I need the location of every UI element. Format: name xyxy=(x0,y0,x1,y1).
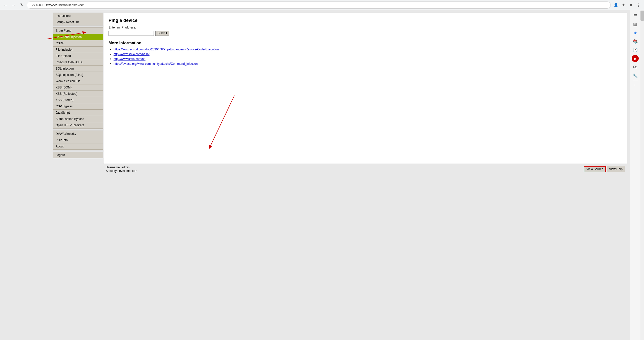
nav-item-file-upload[interactable]: File Upload xyxy=(53,53,103,59)
nav-item-authorisation-bypass[interactable]: Authorisation Bypass xyxy=(53,116,103,122)
list-item: https://www.scribd.com/doc/2630478/Php-E… xyxy=(114,47,622,51)
content-area: Instructions Setup / Reset DB Brute Forc… xyxy=(0,10,630,340)
nav-item-command-injection[interactable]: Command Injection xyxy=(53,34,103,40)
security-label: Security Level: xyxy=(106,169,126,173)
ping-section: Ping a device Enter an IP address: Submi… xyxy=(109,18,622,36)
shopping-icon[interactable]: 🛍 xyxy=(632,64,639,71)
bottom-bar: Username: admin Security Level: medium V… xyxy=(103,164,627,174)
settings-button[interactable]: ⋮ xyxy=(635,2,641,8)
nav-item-csrf[interactable]: CSRF xyxy=(53,40,103,47)
tab-view-icon[interactable]: ▦ xyxy=(632,21,639,28)
nav-item-weak-session-ids[interactable]: Weak Session IDs xyxy=(53,78,103,84)
username-label: Username: xyxy=(106,166,121,169)
page-title: Ping a device xyxy=(109,18,622,23)
nav-item-insecure-captcha[interactable]: Insecure CAPTCHA xyxy=(53,59,103,66)
nav-item-xss-stored[interactable]: XSS (Stored) xyxy=(53,97,103,103)
link-ss64-bash[interactable]: http://www.ss64.com/bash/ xyxy=(114,52,150,56)
reload-button[interactable]: ↻ xyxy=(19,2,25,8)
nav-item-open-http-redirect[interactable]: Open HTTP Redirect xyxy=(53,122,103,129)
nav-item-xss-dom[interactable]: XSS (DOM) xyxy=(53,84,103,91)
username-value: admin xyxy=(121,166,130,169)
nav-item-setup-reset-db[interactable]: Setup / Reset DB xyxy=(53,19,103,25)
scrollbar[interactable] xyxy=(640,10,644,340)
left-area: Instructions Setup / Reset DB Brute Forc… xyxy=(0,10,101,340)
tools-icon[interactable]: 🔧 xyxy=(632,72,639,79)
right-browser-panel: ☰ ▦ ★ 📚 🕐 ▶ 🛍 🔧 + xyxy=(630,10,640,340)
nav-group-4: Logout xyxy=(53,152,103,158)
nav-item-sql-injection-blind[interactable]: SQL Injection (Blind) xyxy=(53,72,103,78)
ip-address-input[interactable] xyxy=(109,31,154,36)
view-source-button[interactable]: View Source xyxy=(584,166,606,172)
ping-label: Enter an IP address: xyxy=(109,26,622,29)
nav-item-dvwa-security[interactable]: DVWA Security xyxy=(53,131,103,137)
nav-group-1: Instructions Setup / Reset DB xyxy=(53,13,103,25)
full-page: ← → ↻ 127.0.0.1/DVWA/vulnerabilities/exe… xyxy=(0,0,644,340)
browser-icons: 👤 ★ ■ ⋮ xyxy=(613,2,641,8)
list-item: https://owasp.org/www-community/attacks/… xyxy=(114,62,622,66)
forward-button[interactable]: → xyxy=(11,2,17,8)
security-value: medium xyxy=(126,169,137,173)
svg-line-1 xyxy=(209,96,234,148)
view-help-button[interactable]: View Help xyxy=(607,166,625,172)
add-panel-icon[interactable]: + xyxy=(634,82,636,88)
list-item: http://www.ss64.com/nt/ xyxy=(114,57,622,61)
nav-sidebar: Instructions Setup / Reset DB Brute Forc… xyxy=(53,13,103,158)
nav-item-sql-injection[interactable]: SQL Injection xyxy=(53,66,103,72)
nav-item-php-info[interactable]: PHP Info xyxy=(53,137,103,143)
ping-form: Submit xyxy=(109,31,622,36)
nav-item-xss-reflected[interactable]: XSS (Reflected) xyxy=(53,91,103,97)
content-box: Ping a device Enter an IP address: Submi… xyxy=(103,13,627,164)
links-list: https://www.scribd.com/doc/2630478/Php-E… xyxy=(109,47,622,66)
user-info: Username: admin Security Level: medium xyxy=(106,166,137,173)
favorites-star-icon[interactable]: ★ xyxy=(632,29,639,36)
link-ss64-nt[interactable]: http://www.ss64.com/nt/ xyxy=(114,57,146,61)
nav-item-instructions[interactable]: Instructions xyxy=(53,13,103,19)
history-icon[interactable]: 🕐 xyxy=(632,46,639,53)
notification-icon[interactable]: ▶ xyxy=(632,55,639,62)
nav-item-brute-force[interactable]: Brute Force xyxy=(53,27,103,34)
link-scribd[interactable]: https://www.scribd.com/doc/2630478/Php-E… xyxy=(114,48,219,51)
list-item: http://www.ss64.com/bash/ xyxy=(114,52,622,56)
link-owasp[interactable]: https://owasp.org/www-community/attacks/… xyxy=(114,62,198,66)
panel-separator xyxy=(633,81,638,81)
favorites-button[interactable]: ★ xyxy=(620,2,626,8)
page-body: Instructions Setup / Reset DB Brute Forc… xyxy=(0,10,644,340)
bottom-buttons: View Source View Help xyxy=(584,166,625,172)
nav-item-file-inclusion[interactable]: File Inclusion xyxy=(53,47,103,53)
nav-group-3: DVWA Security PHP Info About xyxy=(53,131,103,150)
nav-item-about[interactable]: About xyxy=(53,143,103,150)
extensions-button[interactable]: ■ xyxy=(628,2,634,8)
nav-item-javascript[interactable]: JavaScript xyxy=(53,110,103,116)
scrollbar-thumb[interactable] xyxy=(640,11,644,21)
address-bar[interactable]: 127.0.0.1/DVWA/vulnerabilities/exec/ xyxy=(27,2,611,9)
reader-mode-icon[interactable]: ☰ xyxy=(632,12,639,19)
url-text: 127.0.0.1/DVWA/vulnerabilities/exec/ xyxy=(30,3,84,7)
nav-group-2: Brute Force Command Injection CSRF File … xyxy=(53,27,103,129)
nav-item-csp-bypass[interactable]: CSP Bypass xyxy=(53,103,103,110)
more-info-section: More Information https://www.scribd.com/… xyxy=(109,41,622,66)
view-source-arrow-svg xyxy=(103,88,627,164)
submit-button[interactable]: Submit xyxy=(155,31,169,36)
main-body: Instructions Setup / Reset DB Brute Forc… xyxy=(0,10,630,340)
more-info-title: More Information xyxy=(109,41,622,45)
back-button[interactable]: ← xyxy=(3,2,9,8)
reading-list-icon[interactable]: 📚 xyxy=(632,38,639,45)
profile-button[interactable]: 👤 xyxy=(613,2,619,8)
main-content: Ping a device Enter an IP address: Submi… xyxy=(101,10,630,340)
browser-chrome: ← → ↻ 127.0.0.1/DVWA/vulnerabilities/exe… xyxy=(0,0,644,10)
nav-item-logout[interactable]: Logout xyxy=(53,152,103,158)
